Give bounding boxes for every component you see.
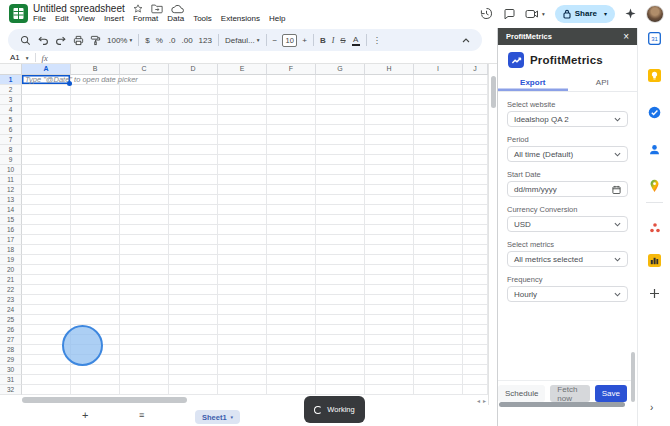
- cell-H27[interactable]: [365, 335, 414, 345]
- cell-A7[interactable]: [22, 135, 71, 145]
- cell-G5[interactable]: [316, 115, 365, 125]
- cell-D3[interactable]: [169, 95, 218, 105]
- cell-A13[interactable]: [22, 195, 71, 205]
- cell-I13[interactable]: [414, 195, 463, 205]
- menu-tools[interactable]: Tools: [193, 14, 212, 23]
- cell-H18[interactable]: [365, 245, 414, 255]
- cell-I14[interactable]: [414, 205, 463, 215]
- keep-icon[interactable]: [638, 69, 670, 82]
- cell-J23[interactable]: [463, 295, 488, 305]
- cell-I20[interactable]: [414, 265, 463, 275]
- row-header-18[interactable]: 18: [0, 245, 22, 255]
- row-header-27[interactable]: 27: [0, 335, 22, 345]
- cell-G15[interactable]: [316, 215, 365, 225]
- cell-A3[interactable]: [22, 95, 71, 105]
- row-header-10[interactable]: 10: [0, 165, 22, 175]
- cell-G17[interactable]: [316, 235, 365, 245]
- tab-export[interactable]: Export: [498, 74, 568, 91]
- cell-I18[interactable]: [414, 245, 463, 255]
- cell-H9[interactable]: [365, 155, 414, 165]
- cell-J5[interactable]: [463, 115, 488, 125]
- select-website-dropdown[interactable]: Idealshop QA 2: [507, 111, 628, 127]
- cell-F15[interactable]: [267, 215, 316, 225]
- save-button[interactable]: Save: [595, 385, 627, 402]
- tab-api[interactable]: API: [568, 74, 638, 91]
- cell-C11[interactable]: [120, 175, 169, 185]
- cell-G32[interactable]: [316, 385, 365, 395]
- sidebar-vertical-scrollbar[interactable]: [631, 352, 635, 402]
- cell-H8[interactable]: [365, 145, 414, 155]
- cell-J28[interactable]: [463, 345, 488, 355]
- cell-J19[interactable]: [463, 255, 488, 265]
- cell-F18[interactable]: [267, 245, 316, 255]
- cell-A24[interactable]: [22, 305, 71, 315]
- cell-D1[interactable]: [169, 75, 218, 85]
- schedule-button[interactable]: Schedule: [498, 385, 545, 402]
- cell-F14[interactable]: [267, 205, 316, 215]
- cell-D22[interactable]: [169, 285, 218, 295]
- cell-J15[interactable]: [463, 215, 488, 225]
- cell-H32[interactable]: [365, 385, 414, 395]
- cell-D4[interactable]: [169, 105, 218, 115]
- cell-B3[interactable]: [71, 95, 120, 105]
- cell-J6[interactable]: [463, 125, 488, 135]
- cell-I2[interactable]: [414, 85, 463, 95]
- cell-D13[interactable]: [169, 195, 218, 205]
- cell-D27[interactable]: [169, 335, 218, 345]
- cell-E29[interactable]: [218, 355, 267, 365]
- cell-C26[interactable]: [120, 325, 169, 335]
- cell-H23[interactable]: [365, 295, 414, 305]
- paint-format-icon[interactable]: [87, 32, 104, 48]
- share-caret-icon[interactable]: ▾: [604, 10, 607, 17]
- cell-C22[interactable]: [120, 285, 169, 295]
- cell-B12[interactable]: [71, 185, 120, 195]
- cell-C25[interactable]: [120, 315, 169, 325]
- cell-C27[interactable]: [120, 335, 169, 345]
- cell-I3[interactable]: [414, 95, 463, 105]
- cell-B5[interactable]: [71, 115, 120, 125]
- cell-J1[interactable]: [463, 75, 488, 85]
- menu-extensions[interactable]: Extensions: [221, 14, 260, 23]
- cell-B22[interactable]: [71, 285, 120, 295]
- bold-button[interactable]: B: [317, 32, 329, 48]
- cell-I17[interactable]: [414, 235, 463, 245]
- undo-icon[interactable]: [34, 32, 52, 48]
- cell-I11[interactable]: [414, 175, 463, 185]
- cell-I30[interactable]: [414, 365, 463, 375]
- cell-B14[interactable]: [71, 205, 120, 215]
- row-header-17[interactable]: 17: [0, 235, 22, 245]
- cell-C14[interactable]: [120, 205, 169, 215]
- cell-A14[interactable]: [22, 205, 71, 215]
- cell-G28[interactable]: [316, 345, 365, 355]
- cell-B10[interactable]: [71, 165, 120, 175]
- cell-E13[interactable]: [218, 195, 267, 205]
- cell-H28[interactable]: [365, 345, 414, 355]
- cell-A22[interactable]: [22, 285, 71, 295]
- cell-C2[interactable]: [120, 85, 169, 95]
- print-icon[interactable]: [70, 32, 87, 48]
- cell-G10[interactable]: [316, 165, 365, 175]
- cell-J30[interactable]: [463, 365, 488, 375]
- cell-G24[interactable]: [316, 305, 365, 315]
- cell-E11[interactable]: [218, 175, 267, 185]
- font-select[interactable]: Defaul...▾: [222, 32, 263, 48]
- italic-button[interactable]: I: [329, 32, 338, 48]
- cell-F23[interactable]: [267, 295, 316, 305]
- cell-G23[interactable]: [316, 295, 365, 305]
- cell-G6[interactable]: [316, 125, 365, 135]
- cell-C9[interactable]: [120, 155, 169, 165]
- cell-E27[interactable]: [218, 335, 267, 345]
- row-header-8[interactable]: 8: [0, 145, 22, 155]
- col-header-H[interactable]: H: [365, 64, 414, 75]
- row-header-4[interactable]: 4: [0, 105, 22, 115]
- cell-I27[interactable]: [414, 335, 463, 345]
- name-box[interactable]: A1: [10, 53, 20, 62]
- sidebar-horizontal-scrollbar[interactable]: [499, 402, 625, 407]
- menu-help[interactable]: Help: [269, 14, 285, 23]
- cell-C8[interactable]: [120, 145, 169, 155]
- col-header-F[interactable]: F: [267, 64, 316, 75]
- cell-J13[interactable]: [463, 195, 488, 205]
- cell-C32[interactable]: [120, 385, 169, 395]
- cell-H15[interactable]: [365, 215, 414, 225]
- menu-edit[interactable]: Edit: [55, 14, 69, 23]
